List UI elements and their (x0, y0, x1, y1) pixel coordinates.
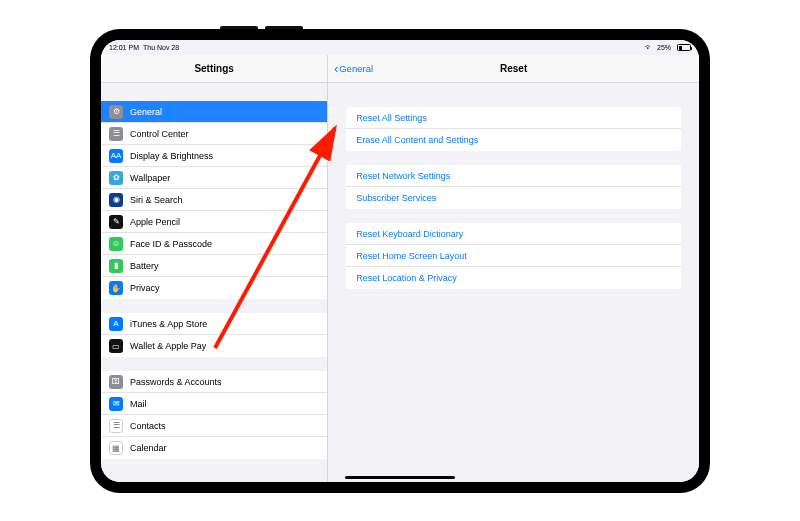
sidebar-list: ⚙General☰Control CenterAADisplay & Brigh… (101, 83, 327, 482)
sidebar-item-label: Battery (130, 261, 159, 271)
sidebar-item-control-center[interactable]: ☰Control Center (101, 123, 327, 145)
sidebar-item-label: Apple Pencil (130, 217, 180, 227)
flower-icon: ✿ (109, 171, 123, 185)
sidebar-title: Settings (194, 63, 233, 74)
sidebar-item-passwords-accounts[interactable]: ⚿Passwords & Accounts (101, 371, 327, 393)
sidebar-item-label: Wallet & Apple Pay (130, 341, 206, 351)
sidebar-item-label: Mail (130, 399, 147, 409)
pencil-icon: ✎ (109, 215, 123, 229)
sidebar: Settings ⚙General☰Control CenterAADispla… (101, 55, 328, 482)
chevron-left-icon: ‹ (334, 63, 338, 75)
reset-option-erase-all-content-and-settings[interactable]: Erase All Content and Settings (346, 129, 681, 151)
sidebar-item-battery[interactable]: ▮Battery (101, 255, 327, 277)
sidebar-item-display-brightness[interactable]: AADisplay & Brightness (101, 145, 327, 167)
sidebar-item-label: Control Center (130, 129, 189, 139)
sidebar-item-label: Face ID & Passcode (130, 239, 212, 249)
sidebar-item-label: General (130, 107, 162, 117)
sidebar-item-label: Siri & Search (130, 195, 183, 205)
volume-button (220, 26, 258, 29)
hand-icon: ✋ (109, 281, 123, 295)
reset-option-reset-location-privacy[interactable]: Reset Location & Privacy (346, 267, 681, 289)
sidebar-item-wallet-apple-pay[interactable]: ▭Wallet & Apple Pay (101, 335, 327, 357)
detail-list: Reset All SettingsErase All Content and … (328, 83, 699, 482)
sidebar-navbar: Settings (101, 55, 327, 83)
sidebar-item-calendar[interactable]: ▦Calendar (101, 437, 327, 459)
faceid-icon: ☺ (109, 237, 123, 251)
reset-option-reset-network-settings[interactable]: Reset Network Settings (346, 165, 681, 187)
battery-percent: 25% (657, 44, 671, 51)
sidebar-item-general[interactable]: ⚙General (101, 101, 327, 123)
reset-option-reset-home-screen-layout[interactable]: Reset Home Screen Layout (346, 245, 681, 267)
ipad-frame: 12:01 PM Thu Nov 28 ᯤ 25% Settings ⚙Gene… (90, 29, 710, 493)
sidebar-item-face-id-passcode[interactable]: ☺Face ID & Passcode (101, 233, 327, 255)
status-date: Thu Nov 28 (143, 44, 179, 51)
battery-icon: ▮ (109, 259, 123, 273)
detail-pane: ‹ General Reset Reset All SettingsErase … (328, 55, 699, 482)
sidebar-item-label: Privacy (130, 283, 160, 293)
contacts-icon: ☰ (109, 419, 123, 433)
sidebar-item-itunes-app-store[interactable]: AiTunes & App Store (101, 313, 327, 335)
detail-navbar: ‹ General Reset (328, 55, 699, 83)
appstore-icon: A (109, 317, 123, 331)
detail-title: Reset (500, 63, 527, 74)
sidebar-item-mail[interactable]: ✉Mail (101, 393, 327, 415)
key-icon: ⚿ (109, 375, 123, 389)
switches-icon: ☰ (109, 127, 123, 141)
back-label: General (339, 63, 373, 74)
sidebar-item-apple-pencil[interactable]: ✎Apple Pencil (101, 211, 327, 233)
sidebar-item-label: Wallpaper (130, 173, 170, 183)
wifi-icon: ᯤ (645, 43, 653, 52)
sidebar-item-label: Display & Brightness (130, 151, 213, 161)
calendar-icon: ▦ (109, 441, 123, 455)
battery-icon (677, 44, 691, 51)
status-bar: 12:01 PM Thu Nov 28 ᯤ 25% (101, 40, 699, 55)
brightness-icon: AA (109, 149, 123, 163)
sidebar-item-siri-search[interactable]: ◉Siri & Search (101, 189, 327, 211)
volume-button (265, 26, 303, 29)
reset-option-subscriber-services[interactable]: Subscriber Services (346, 187, 681, 209)
sidebar-item-wallpaper[interactable]: ✿Wallpaper (101, 167, 327, 189)
gear-icon: ⚙ (109, 105, 123, 119)
reset-option-reset-all-settings[interactable]: Reset All Settings (346, 107, 681, 129)
sidebar-item-label: iTunes & App Store (130, 319, 207, 329)
reset-option-reset-keyboard-dictionary[interactable]: Reset Keyboard Dictionary (346, 223, 681, 245)
status-time: 12:01 PM (109, 44, 139, 51)
home-indicator[interactable] (345, 476, 455, 479)
sidebar-item-label: Contacts (130, 421, 166, 431)
wallet-icon: ▭ (109, 339, 123, 353)
sidebar-item-label: Passwords & Accounts (130, 377, 222, 387)
back-button[interactable]: ‹ General (334, 63, 373, 75)
sidebar-item-label: Calendar (130, 443, 167, 453)
sidebar-item-privacy[interactable]: ✋Privacy (101, 277, 327, 299)
screen: 12:01 PM Thu Nov 28 ᯤ 25% Settings ⚙Gene… (101, 40, 699, 482)
mail-icon: ✉ (109, 397, 123, 411)
sidebar-item-contacts[interactable]: ☰Contacts (101, 415, 327, 437)
siri-icon: ◉ (109, 193, 123, 207)
